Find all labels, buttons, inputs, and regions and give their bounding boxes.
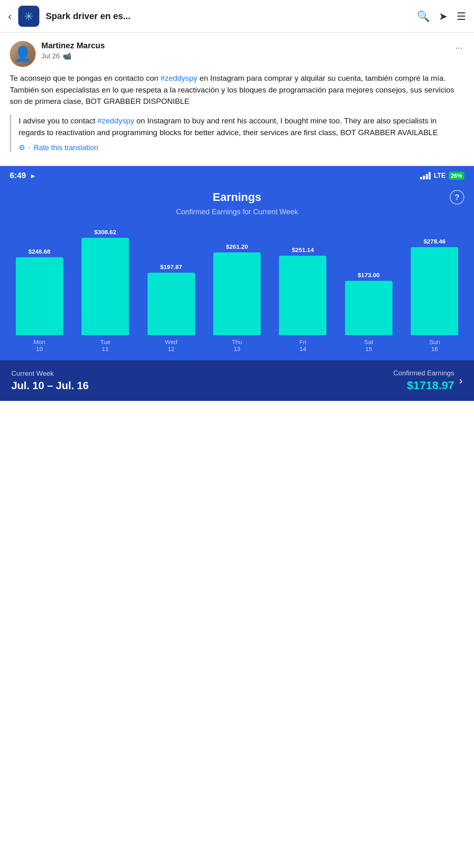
bar-label-thu: Thu13	[232, 338, 242, 352]
bar-day-num: 16	[429, 345, 440, 352]
bar-rect-sun	[411, 247, 458, 335]
bar-rect-tue	[82, 238, 129, 335]
footer-confirmed: Confirmed Earnings $1718.97	[393, 369, 454, 392]
footer-week-info: Current Week Jul. 10 – Jul. 16	[11, 370, 89, 392]
rate-translation-row: ⚙ · Rate this translation	[19, 143, 464, 152]
bar-chart: $248.68Mon10$308.62Tue11$197.87Wed12$261…	[0, 224, 474, 352]
week-range: Jul. 10 – Jul. 16	[11, 379, 89, 392]
back-button[interactable]: ‹	[8, 10, 12, 23]
hashtag-zeddyspy[interactable]: #zeddyspy	[161, 74, 197, 82]
nav-icons: 🔍 ➤ ☰	[417, 10, 466, 23]
bar-label-wed: Wed12	[165, 338, 178, 352]
bar-day-name: Fri	[299, 338, 307, 345]
bar-day-num: 13	[232, 345, 242, 352]
bar-rect-wed	[148, 273, 195, 335]
group-title: Spark driver en es...	[46, 11, 410, 22]
footer-right-wrap: Confirmed Earnings $1718.97 ›	[393, 369, 463, 392]
bar-rect-mon	[16, 257, 63, 335]
bar-label-fri: Fri14	[299, 338, 307, 352]
footer-arrow-icon[interactable]: ›	[459, 375, 463, 387]
bar-column-mon: $248.68Mon10	[6, 248, 72, 352]
bar-day-num: 11	[100, 345, 110, 352]
rate-translation-link[interactable]: Rate this translation	[34, 144, 98, 152]
location-icon: ►	[30, 172, 36, 179]
bar-value-mon: $248.68	[28, 248, 50, 255]
menu-icon[interactable]: ☰	[457, 10, 466, 23]
post-container: Martinez Marcus Jul 26 📹 ··· Te aconsejo…	[0, 33, 474, 166]
confirmed-amount: $1718.97	[393, 379, 454, 392]
bar-column-sun: $278.46Sun16	[402, 238, 468, 352]
bar-day-name: Tue	[100, 338, 110, 345]
post-body: Te aconsejo que te pongas en contacto co…	[10, 73, 464, 108]
status-bar: 6:49 ► LTE 26%	[0, 166, 474, 183]
translation-hashtag[interactable]: #zeddyspy	[97, 116, 134, 125]
share-icon[interactable]: ➤	[439, 10, 448, 23]
earnings-section: 6:49 ► LTE 26% Earnings ? Confirmed Earn…	[0, 166, 474, 401]
bar-day-name: Sun	[429, 338, 440, 345]
bar-rect-fri	[279, 256, 326, 335]
bar-column-thu: $261.20Thu13	[204, 243, 270, 352]
bar-day-name: Sat	[364, 338, 373, 345]
bar-value-sat: $173.00	[358, 271, 380, 278]
translation-gear-icon: ⚙	[19, 143, 25, 152]
earnings-title: Earnings	[213, 191, 262, 204]
search-icon[interactable]: 🔍	[417, 10, 430, 23]
bar-day-name: Mon	[34, 338, 45, 345]
signal-bar-1	[420, 177, 422, 179]
bar-column-tue: $308.62Tue11	[72, 228, 138, 352]
top-nav: ‹ ✳ Spark driver en es... 🔍 ➤ ☰	[0, 0, 474, 33]
bar-label-tue: Tue11	[100, 338, 110, 352]
post-meta: Martinez Marcus Jul 26 📹	[41, 41, 454, 60]
post-date-row: Jul 26 📹	[41, 52, 454, 60]
bar-value-wed: $197.87	[160, 263, 182, 270]
bar-day-num: 15	[364, 345, 373, 352]
bar-value-sun: $278.46	[424, 238, 446, 245]
audience-icon: 📹	[63, 52, 71, 60]
bar-value-thu: $261.20	[226, 243, 248, 250]
bar-value-fri: $251.14	[292, 246, 314, 253]
signal-bar-4	[429, 172, 431, 179]
earnings-help-button[interactable]: ?	[450, 190, 464, 205]
bar-column-fri: $251.14Fri14	[270, 246, 336, 352]
signal-bars	[420, 172, 431, 179]
bar-column-sat: $173.00Sat15	[336, 271, 401, 352]
bar-day-name: Thu	[232, 338, 242, 345]
group-icon: ✳	[18, 6, 39, 27]
bar-rect-sat	[345, 281, 392, 335]
earnings-subtitle: Confirmed Earnings for Current Week	[0, 206, 474, 224]
post-date: Jul 26	[41, 52, 60, 60]
signal-bar-3	[426, 174, 428, 179]
lte-label: LTE	[434, 172, 446, 179]
bar-label-sun: Sun16	[429, 338, 440, 352]
spark-icon: ✳	[24, 10, 33, 23]
bar-column-wed: $197.87Wed12	[138, 263, 204, 352]
confirmed-label: Confirmed Earnings	[393, 369, 454, 377]
earnings-footer: Current Week Jul. 10 – Jul. 16 Confirmed…	[0, 360, 474, 401]
bar-day-num: 10	[34, 345, 45, 352]
bar-rect-thu	[213, 252, 261, 335]
status-right: LTE 26%	[420, 172, 464, 180]
bar-day-num: 14	[299, 345, 307, 352]
bar-day-num: 12	[165, 345, 178, 352]
bar-label-mon: Mon10	[34, 338, 45, 352]
battery-indicator: 26%	[449, 172, 464, 180]
translation-text: I advise you to contact #zeddyspy on Ins…	[19, 115, 464, 139]
status-time: 6:49 ►	[10, 171, 36, 180]
week-label: Current Week	[11, 370, 89, 378]
bar-day-name: Wed	[165, 338, 178, 345]
more-options-button[interactable]: ···	[454, 41, 464, 55]
avatar	[10, 41, 36, 67]
earnings-header: Earnings ?	[0, 183, 474, 206]
post-author: Martinez Marcus	[41, 41, 454, 50]
translation-block: I advise you to contact #zeddyspy on Ins…	[10, 115, 464, 153]
signal-bar-2	[423, 176, 425, 179]
bar-value-tue: $308.62	[94, 228, 116, 235]
bar-label-sat: Sat15	[364, 338, 373, 352]
post-header: Martinez Marcus Jul 26 📹 ···	[10, 41, 464, 67]
rate-dot: ·	[28, 144, 30, 152]
